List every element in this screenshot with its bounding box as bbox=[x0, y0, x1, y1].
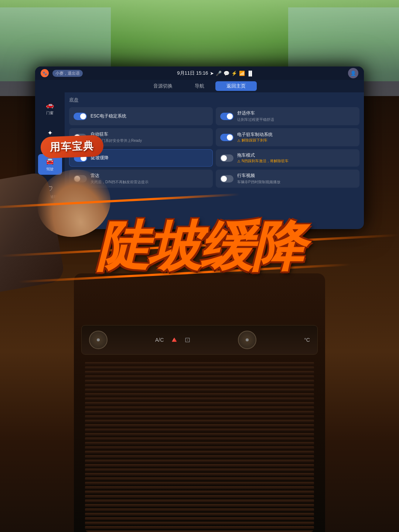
toggle-tow-mode[interactable] bbox=[220, 154, 233, 162]
settings-grid: ESC电子稳定系统 舒适停车 让刹车过程更平稳舒适 bbox=[69, 107, 359, 188]
door-window-label: 门窗 bbox=[46, 110, 54, 116]
setting-tow-mode: 拖车模式 ⚠ N挡踩刹车激活，将解除驻车 bbox=[216, 149, 359, 167]
setting-esc-text: ESC电子稳定系统 bbox=[91, 113, 208, 119]
drive-icon: 🚘 bbox=[46, 157, 54, 165]
setting-radar-text: 雷达 关闭后，D/N挡不再触发前雷达提示 bbox=[91, 173, 208, 185]
setting-epb: 电子驻车制动系统 ⚠ 解除踩踩下刹车 bbox=[216, 128, 359, 146]
setting-epb-text: 电子驻车制动系统 ⚠ 解除踩踩下刹车 bbox=[237, 132, 355, 143]
setting-hill-descent-name: 陡坡缓降 bbox=[91, 155, 208, 161]
signal-icon: ▐▌ bbox=[247, 71, 253, 76]
tab-audio-switch[interactable]: 音源切换 bbox=[142, 81, 184, 91]
setting-epb-name: 电子驻车制动系统 bbox=[237, 132, 355, 138]
setting-tow-mode-text: 拖车模式 ⚠ N挡踩刹车激活，将解除驻车 bbox=[237, 152, 355, 164]
setting-drive-video-name: 行车视频 bbox=[237, 173, 355, 179]
setting-comfortable-park: 舒适停车 让刹车过程更平稳舒适 bbox=[216, 107, 359, 125]
tow-warning-text: N挡踩刹车激活，将解除驻车 bbox=[242, 158, 289, 164]
warning-icon: ⚠ bbox=[237, 139, 241, 143]
ac-seat-icon: ⊡ bbox=[185, 336, 190, 344]
setting-auto-park-name: 自动驻车 bbox=[91, 131, 208, 137]
console-ribs bbox=[85, 362, 314, 532]
big-title-text: 陡坡缓降 bbox=[22, 220, 377, 273]
big-title-container: 陡坡缓降 bbox=[22, 220, 377, 273]
voice-badge[interactable]: 小赛，退出语 bbox=[52, 70, 83, 77]
ac-panel: A/C 🔺 ⊡ °C bbox=[81, 325, 318, 355]
setting-tow-warning: ⚠ N挡踩刹车激活，将解除驻车 bbox=[237, 158, 355, 164]
status-left: 🐾 小赛，退出语 bbox=[41, 69, 83, 77]
nav-tabs: 音源切换 导航 返回主页 bbox=[35, 80, 364, 92]
ac-center-icon: 🔺 bbox=[169, 335, 179, 345]
tab-navigation[interactable]: 导航 bbox=[184, 81, 215, 91]
setting-radar-desc: 关闭后，D/N挡不再触发前雷达提示 bbox=[91, 180, 208, 185]
setting-esc: ESC电子稳定系统 bbox=[69, 107, 213, 125]
setting-comfortable-text: 舒适停车 让刹车过程更平稳舒适 bbox=[237, 110, 355, 122]
ac-left-knob[interactable] bbox=[89, 331, 108, 349]
wifi-icon: 📶 bbox=[239, 71, 245, 76]
ac-temp-label: °C bbox=[304, 337, 310, 343]
setting-epb-desc: 解除踩踩下刹车 bbox=[242, 138, 267, 143]
drive-label: 驾驶 bbox=[46, 167, 54, 172]
door-window-icon: 🚗 bbox=[46, 101, 54, 109]
setting-radar-name: 雷达 bbox=[91, 173, 208, 179]
setting-tow-mode-name: 拖车模式 bbox=[237, 152, 355, 158]
status-right: 👤 bbox=[348, 68, 358, 78]
status-bar: 🐾 小赛，退出语 9月11日 15:16 ➤ 🎤 💬 ⚡ 📶 ▐▌ 👤 bbox=[35, 66, 364, 80]
setting-esc-name: ESC电子稳定系统 bbox=[91, 113, 208, 119]
setting-epb-warning: ⚠ 解除踩踩下刹车 bbox=[237, 138, 355, 143]
status-center: 9月11日 15:16 ➤ 🎤 💬 ⚡ 📶 ▐▌ bbox=[177, 70, 253, 76]
lights-icon: ✦ bbox=[47, 129, 53, 137]
setting-drive-video: 行车视频 车辆非P挡时限制视频播放 bbox=[216, 170, 359, 188]
toggle-epb[interactable] bbox=[220, 134, 233, 141]
nav-icon: ➤ bbox=[210, 71, 214, 76]
setting-drive-video-text: 行车视频 车辆非P挡时限制视频播放 bbox=[237, 173, 355, 185]
ac-label: A/C bbox=[155, 337, 164, 343]
toggle-esc[interactable] bbox=[74, 113, 87, 120]
status-time: 9月11日 15:16 bbox=[177, 70, 208, 76]
sidebar-item-door-window[interactable]: 🚗 门窗 bbox=[38, 98, 62, 119]
tab-home[interactable]: 返回主页 bbox=[215, 81, 257, 91]
setting-hill-descent-text: 陡坡缓降 bbox=[91, 155, 208, 161]
pet-icon: 🐾 bbox=[41, 69, 49, 77]
mic-icon[interactable]: 🎤 bbox=[216, 71, 222, 76]
setting-auto-park-desc: 关闭车门系好安全带并上Ready bbox=[91, 138, 208, 143]
tow-warning-icon: ⚠ bbox=[237, 159, 241, 163]
setting-comfortable-name: 舒适停车 bbox=[237, 110, 355, 116]
ac-right-knob[interactable] bbox=[238, 331, 256, 349]
toggle-drive-video[interactable] bbox=[220, 175, 233, 183]
badge-yongche-text: 用车宝典 bbox=[50, 139, 94, 154]
chat-icon[interactable]: 💬 bbox=[224, 71, 229, 76]
toggle-comfortable-park[interactable] bbox=[220, 113, 233, 120]
setting-drive-video-desc: 车辆非P挡时限制视频播放 bbox=[237, 180, 355, 185]
ac-center-controls: A/C 🔺 ⊡ bbox=[155, 335, 190, 345]
setting-auto-park-text: 自动驻车 关闭车门系好安全带并上Ready bbox=[91, 131, 208, 143]
avatar[interactable]: 👤 bbox=[348, 68, 358, 78]
badge-yongche-baodian: 用车宝典 bbox=[40, 135, 104, 158]
setting-comfortable-desc: 让刹车过程更平稳舒适 bbox=[237, 117, 355, 122]
bluetooth-icon: ⚡ bbox=[231, 71, 237, 76]
section-title: 底盘 bbox=[69, 97, 359, 103]
